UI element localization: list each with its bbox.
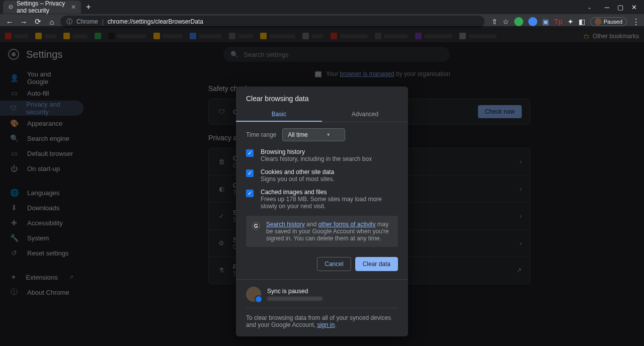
profile-avatar bbox=[246, 287, 261, 302]
checkbox-browsing-history[interactable]: ✓ bbox=[246, 149, 254, 157]
time-range-value: All time bbox=[288, 131, 307, 138]
cancel-button[interactable]: Cancel bbox=[317, 257, 351, 271]
back-button[interactable]: ← bbox=[4, 18, 15, 26]
check-title: Browsing history bbox=[261, 148, 372, 155]
chevron-down-icon: ▼ bbox=[326, 132, 331, 137]
url-text: chrome://settings/clearBrowserData bbox=[108, 18, 203, 25]
browser-tab[interactable]: ⚙ Settings – Privacy and security ✕ bbox=[3, 1, 81, 14]
avatar-icon bbox=[595, 18, 602, 25]
extension-icon[interactable]: ▣ bbox=[542, 18, 549, 26]
bookmark-star-icon[interactable]: ☆ bbox=[503, 18, 509, 26]
tab-basic[interactable]: Basic bbox=[236, 107, 322, 122]
extensions-icon[interactable]: ✦ bbox=[568, 18, 574, 26]
url-scheme: Chrome bbox=[76, 18, 98, 25]
profile-paused-button[interactable]: Paused bbox=[590, 17, 627, 26]
reload-button[interactable]: ⟳ bbox=[32, 17, 43, 26]
forward-button[interactable]: → bbox=[18, 18, 29, 26]
extension-icon[interactable] bbox=[528, 17, 537, 26]
extension-icon[interactable] bbox=[514, 17, 523, 26]
check-title: Cached images and files bbox=[261, 189, 398, 196]
sync-note: To clear browsing data from all of your … bbox=[246, 308, 398, 328]
globe-icon: ⓘ bbox=[66, 18, 72, 26]
paused-label: Paused bbox=[604, 19, 622, 25]
kebab-menu-icon[interactable]: ⋮ bbox=[632, 17, 640, 27]
time-range-select[interactable]: All time ▼ bbox=[282, 128, 345, 141]
extension-icon[interactable]: Tp bbox=[554, 18, 562, 26]
check-subtitle: Clears history, including in the search … bbox=[261, 155, 372, 162]
gear-icon: ⚙ bbox=[8, 4, 14, 11]
other-activity-link[interactable]: other forms of activity bbox=[318, 221, 375, 228]
sync-email-blurred bbox=[267, 297, 323, 301]
minimize-icon[interactable]: ─ bbox=[605, 4, 609, 11]
maximize-icon[interactable]: ▢ bbox=[617, 4, 623, 11]
check-subtitle: Frees up 178 MB. Some sites may load mor… bbox=[261, 196, 398, 210]
time-range-label: Time range bbox=[246, 131, 276, 138]
tab-strip: ⚙ Settings – Privacy and security ✕ + ⌄ … bbox=[0, 0, 644, 14]
window-controls: ⌄ ─ ▢ ✕ bbox=[587, 4, 644, 11]
new-tab-button[interactable]: + bbox=[81, 3, 96, 12]
tab-title: Settings – Privacy and security bbox=[17, 0, 68, 14]
close-icon[interactable]: ✕ bbox=[71, 4, 76, 11]
check-subtitle: Signs you out of most sites. bbox=[261, 176, 335, 183]
sign-in-link[interactable]: sign in bbox=[317, 321, 335, 328]
search-history-link[interactable]: Search history bbox=[266, 221, 305, 228]
checkbox-cached[interactable]: ✓ bbox=[246, 190, 254, 197]
google-activity-info: G Search history and other forms of acti… bbox=[246, 216, 398, 247]
clear-browsing-data-dialog: Clear browsing data Basic Advanced Time … bbox=[236, 86, 408, 336]
google-icon: G bbox=[252, 222, 260, 230]
checkbox-cookies[interactable]: ✓ bbox=[246, 169, 254, 177]
tab-advanced[interactable]: Advanced bbox=[322, 107, 408, 122]
side-panel-icon[interactable]: ◧ bbox=[579, 18, 585, 26]
chevron-down-icon[interactable]: ⌄ bbox=[587, 4, 592, 11]
check-title: Cookies and other site data bbox=[261, 168, 335, 176]
dialog-title: Clear browsing data bbox=[236, 86, 408, 107]
close-window-icon[interactable]: ✕ bbox=[631, 4, 637, 11]
clear-data-button[interactable]: Clear data bbox=[355, 257, 398, 271]
sync-status: Sync is paused bbox=[267, 288, 323, 295]
home-button[interactable]: ⌂ bbox=[46, 18, 57, 26]
share-icon[interactable]: ⇧ bbox=[492, 18, 498, 26]
